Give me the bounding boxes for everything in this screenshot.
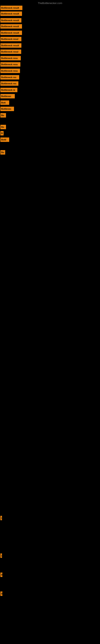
bottleneck-badge-20: B [0, 131, 3, 136]
bottleneck-badge-26: B [0, 592, 2, 596]
bottleneck-badge-21: Bottl [0, 138, 9, 142]
bottleneck-badge-12: Bottleneck res [0, 75, 19, 80]
bottleneck-badge-2: Bottleneck result [0, 12, 22, 16]
bottleneck-badge-6: Bottleneck resul [0, 37, 21, 41]
bottleneck-badge-11: Bottleneck resu [0, 69, 20, 73]
bottleneck-badge-1: Bottleneck result [0, 6, 22, 10]
bottleneck-badge-18: Bo [0, 113, 6, 118]
bottleneck-badge-17: Bottlenec [0, 107, 14, 111]
bottleneck-badge-3: Bottleneck result [0, 18, 21, 22]
bottleneck-badge-23: | [0, 516, 2, 520]
bottleneck-badge-14: Bottleneck re [0, 88, 17, 92]
bottleneck-badge-15: Bottlenec [0, 94, 15, 98]
bottleneck-badge-16: Bott [0, 100, 9, 105]
bottleneck-badge-7: Bottleneck result [0, 43, 21, 48]
bottleneck-badge-10: Bottleneck resu [0, 62, 20, 66]
bottleneck-badge-4: Bottleneck result [0, 24, 22, 28]
site-title: TheBottlenecker.com [0, 2, 100, 5]
bottleneck-badge-19: Bo [0, 125, 6, 129]
bottleneck-badge-8: Bottleneck resul [0, 50, 21, 54]
bottleneck-badge-5: Bottleneck result [0, 30, 22, 35]
bottleneck-badge-25: B [0, 572, 2, 577]
bottleneck-badge-9: Bottleneck resu [0, 56, 21, 60]
bottleneck-badge-22: Bo [0, 150, 5, 154]
bottleneck-badge-24: | [0, 554, 2, 558]
bottleneck-badge-13: Bottleneck res [0, 81, 18, 86]
